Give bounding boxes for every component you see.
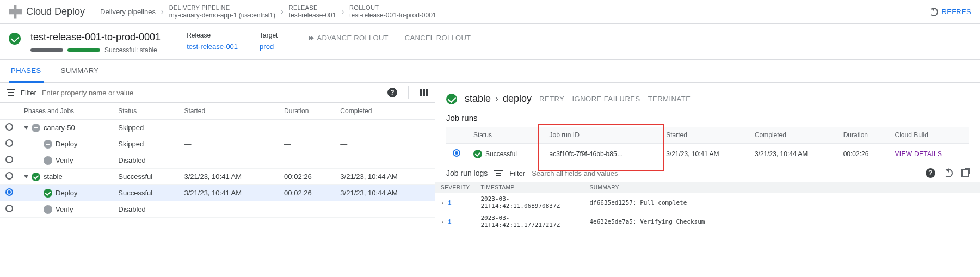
phase-name: Verify [56,205,73,213]
expand-icon[interactable]: › [441,218,445,225]
crumb-rollout: ROLLOUT test-release-001-to-prod-0001 [349,4,436,20]
crumb-release[interactable]: RELEASE test-release-001 [289,4,336,20]
job-run-id: ac3f10fc-7f9f-46bb-b85… [543,144,660,164]
progress-segment-success [67,48,100,52]
view-details-link[interactable]: VIEW DETAILS [895,150,942,158]
rollout-header: test-release-001-to-prod-0001 Successful… [0,24,980,60]
col-timestamp: TIMESTAMP [475,182,584,193]
col-run-build: Cloud Build [889,127,970,144]
radio-selected[interactable] [453,149,460,157]
job-runs-title: Job runs [435,109,980,127]
cancel-rollout-button[interactable]: CANCEL ROLLOUT [405,34,471,42]
status-success-icon [9,33,21,45]
release-label: Release [187,32,238,39]
progress-text: Successful: stable [104,46,157,54]
expand-icon[interactable]: › [441,199,445,206]
logs-filter-input[interactable] [532,169,919,177]
crumb-root[interactable]: Delivery pipelines [100,8,156,16]
row-radio[interactable] [5,188,13,196]
filter-input[interactable] [42,89,382,97]
target-link[interactable]: prod [260,42,278,51]
job-run-row[interactable]: Successful ac3f10fc-7f9f-46bb-b85… 3/21/… [446,144,969,164]
chevron-right-icon: › [161,7,164,16]
phase-name: stable [44,173,63,181]
col-run-duration: Duration [837,127,889,144]
help-icon[interactable]: ? [387,88,397,97]
chevron-right-icon: › [341,7,344,16]
phase-name: Verify [56,156,73,164]
row-radio[interactable] [5,172,13,180]
chevron-right-icon: › [281,7,283,16]
table-row[interactable]: stableSuccessful3/21/23, 10:41 AM00:02:2… [0,169,435,185]
check-icon [473,150,482,158]
row-radio[interactable] [5,205,13,212]
info-icon: i [448,218,452,225]
top-bar: Cloud Deploy Delivery pipelines › DELIVE… [0,0,980,24]
phases-panel: Filter ? Phases and Jobs Status Started … [0,83,435,231]
chevron-right-icon: › [495,93,498,104]
table-row[interactable]: –VerifyDisabled——— [0,152,435,169]
help-icon[interactable]: ? [926,168,935,178]
row-radio[interactable] [5,123,13,131]
check-icon [32,173,40,181]
col-duration: Duration [279,103,335,120]
detail-panel: stable › deploy RETRY IGNORE FAILURES TE… [435,83,980,231]
phases-table: Phases and Jobs Status Started Duration … [0,103,435,218]
row-radio[interactable] [5,139,13,147]
col-severity: SEVERITY [435,182,475,193]
target-label: Target [260,32,278,39]
col-run-completed: Completed [748,127,837,144]
check-icon [44,189,52,198]
progress-segment-skipped [30,48,63,52]
tab-phases[interactable]: PHASES [9,60,44,83]
fast-forward-icon [309,36,313,40]
filter-label: Filter [21,89,36,97]
col-summary: SUMMARY [584,182,980,193]
tab-summary[interactable]: SUMMARY [59,60,101,82]
table-row[interactable]: DeploySkipped——— [0,136,435,152]
filter-icon [494,170,503,176]
job-runs-table: Status Job run ID Started Completed Dura… [446,127,969,164]
status-success-icon [446,94,457,104]
phase-name: canary-50 [44,124,75,132]
retry-button[interactable]: RETRY [539,95,564,103]
terminate-button[interactable]: TERMINATE [648,95,691,103]
col-run-id: Job run ID [543,127,660,144]
product-name: Cloud Deploy [26,6,85,17]
breadcrumb: Delivery pipelines › DELIVERY PIPELINE m… [100,4,436,20]
phase-name: Deploy [56,189,77,197]
tabs: PHASES SUMMARY [0,60,980,83]
advance-rollout-button[interactable]: ADVANCE ROLLOUT [309,34,388,42]
logs-filter-label: Filter [509,169,525,177]
logs-title: Job run logs [446,169,488,177]
col-completed: Completed [335,103,435,120]
info-icon: i [448,199,452,206]
caret-down-icon[interactable] [24,175,28,178]
disabled-icon: – [44,205,52,214]
skip-icon [32,124,40,132]
table-row[interactable]: –VerifyDisabled——— [0,201,435,218]
log-row[interactable]: › i2023-03-21T14:42:11.177217217Z4e632e5… [435,212,980,231]
refresh-button[interactable]: REFRES [929,8,971,16]
open-external-icon[interactable] [961,169,969,177]
crumb-pipeline[interactable]: DELIVERY PIPELINE my-canary-demo-app-1 (… [169,4,275,20]
columns-icon[interactable] [420,89,428,96]
divider [408,86,409,99]
caret-down-icon[interactable] [24,126,28,130]
filter-bar: Filter ? [0,83,435,103]
ignore-failures-button[interactable]: IGNORE FAILURES [572,95,640,103]
cloud-deploy-logo [9,5,22,19]
table-row[interactable]: canary-50Skipped——— [0,120,435,136]
col-run-started: Started [660,127,748,144]
table-row[interactable]: DeploySuccessful3/21/23, 10:41 AM00:02:2… [0,185,435,201]
refresh-icon[interactable] [944,169,953,177]
phase-name: Deploy [56,140,77,148]
refresh-icon [929,8,938,16]
release-link[interactable]: test-release-001 [187,42,238,51]
row-radio[interactable] [5,156,13,163]
log-row[interactable]: › i2023-03-21T14:42:11.068970837Zdf6635e… [435,193,980,212]
col-run-status: Status [467,127,543,144]
page-title: test-release-001-to-prod-0001 [30,32,161,43]
col-started: Started [178,103,279,120]
skip-icon [44,140,52,149]
